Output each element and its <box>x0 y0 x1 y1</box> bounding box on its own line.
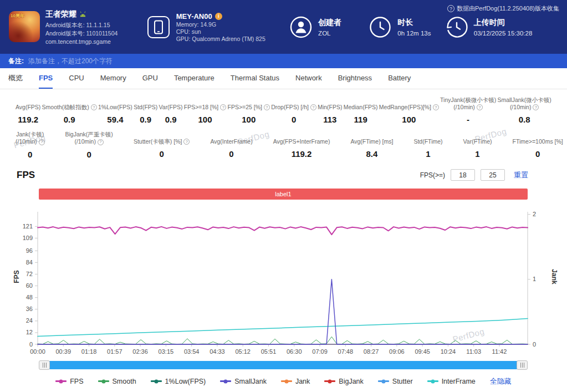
x-tick-label: 07:09 <box>312 348 328 355</box>
info-icon[interactable]: ? <box>477 104 483 110</box>
tab-bar: 概览FPSCPUMemoryGPUTemperatureThermal Stat… <box>0 68 567 89</box>
info-icon[interactable]: ? <box>433 104 439 110</box>
header: ? 数据由PerfDog(11.2.250408)版本收集 10周年 王者荣耀 <box>0 0 567 54</box>
scrollbar-right-handle[interactable] <box>517 360 528 370</box>
right-axis-title: Jank <box>550 269 558 284</box>
legend-label: FPS <box>70 378 83 385</box>
device-info-icon[interactable]: i <box>215 13 222 20</box>
stat-value: 59.4 <box>107 115 123 124</box>
scrollbar-left-handle[interactable] <box>39 360 50 370</box>
tab-Temperature[interactable]: Temperature <box>174 68 214 89</box>
legend-marker-icon <box>324 380 335 382</box>
stat-FTime>=100ms [%]: FTime>=100ms [%]0 <box>513 131 563 159</box>
duration-label: 时长 <box>397 18 431 28</box>
stat-FPS>=18 [%]: FPS>=18 [%]?100 <box>184 96 226 124</box>
stat-label: Var(FPS) <box>159 96 183 111</box>
legend-Stutter[interactable]: Stutter <box>378 378 413 385</box>
chart-label-bar[interactable]: label1 <box>39 189 528 200</box>
legend-label: Smooth <box>113 378 136 385</box>
left-tick-label: 0 <box>29 340 33 347</box>
stat-label: Std(FTime) <box>413 131 442 145</box>
tab-GPU[interactable]: GPU <box>142 68 158 89</box>
series-line-Smooth <box>38 337 528 344</box>
note-bar[interactable]: 备注: 添加备注，不超过200个字符 <box>0 54 567 68</box>
x-tick-label: 02:36 <box>132 348 148 355</box>
info-icon[interactable]: ? <box>39 139 45 145</box>
question-icon[interactable]: ? <box>447 5 454 12</box>
chart-canvas[interactable]: 0122436486072849610912101200:0000:3901:1… <box>0 207 567 358</box>
tab-概览[interactable]: 概览 <box>8 68 23 89</box>
tab-Thermal Status[interactable]: Thermal Status <box>231 68 279 89</box>
legend-SmallJank[interactable]: SmallJank <box>220 378 267 385</box>
legend-marker-icon <box>378 380 389 382</box>
right-tick-label: 0 <box>533 340 536 347</box>
stat-value: 0.9 <box>165 115 177 124</box>
tab-Memory[interactable]: Memory <box>100 68 126 89</box>
info-icon[interactable]: ? <box>264 104 270 110</box>
legend-FPS[interactable]: FPS <box>55 378 83 385</box>
tab-CPU[interactable]: CPU <box>69 68 84 89</box>
legend-1%Low(FPS)[interactable]: 1%Low(FPS) <box>151 378 206 385</box>
stat-Std(FTime): Std(FTime)1 <box>413 131 442 159</box>
android-version-name: Android版本名: 11.1.1.15 <box>45 21 118 29</box>
stat-value: - <box>467 115 469 124</box>
upload-time-value: 03/12/2025 15:30:28 <box>474 30 533 37</box>
x-tick-label: 05:12 <box>235 348 251 355</box>
stat-value: 0.9 <box>140 115 151 124</box>
stat-MedRange(FPS)[%]: MedRange(FPS)[%]?100 <box>379 96 439 124</box>
chart-scrollbar[interactable] <box>39 360 528 370</box>
stat-label: Std(FPS) <box>134 96 157 111</box>
series-line-FPS <box>38 226 528 234</box>
info-icon[interactable]: ? <box>91 104 97 110</box>
reset-link[interactable]: 重置 <box>514 170 528 180</box>
x-tick-label: 05:51 <box>261 348 277 355</box>
legend-BigJank[interactable]: BigJank <box>324 378 363 385</box>
x-tick-label: 11:42 <box>492 348 507 355</box>
info-icon[interactable]: ? <box>183 139 190 145</box>
collected-by-text: 数据由PerfDog(11.2.250408)版本收集 <box>457 4 559 13</box>
x-tick-label: 09:45 <box>415 348 430 355</box>
tab-Battery[interactable]: Battery <box>388 68 411 89</box>
perfdog-report-page: ? 数据由PerfDog(11.2.250408)版本收集 10周年 王者荣耀 <box>0 0 567 392</box>
legend-Smooth[interactable]: Smooth <box>98 378 136 385</box>
series-line-SmallJank <box>38 279 528 344</box>
stat-label: Var(FTime) <box>463 131 492 145</box>
stat-value: 8.4 <box>366 149 378 159</box>
stat-Std(FPS): Std(FPS)0.9 <box>134 96 157 124</box>
legend-Jank[interactable]: Jank <box>281 378 310 385</box>
info-icon[interactable]: ? <box>310 104 316 110</box>
fps-chart[interactable]: FPS Jank 0122436486072849610912101200:00… <box>0 207 567 358</box>
fps-threshold-input-1[interactable] <box>451 169 475 181</box>
scrollbar-track[interactable] <box>44 361 523 369</box>
stat-label: BigJank(严重卡顿)(/10min)? <box>65 131 113 145</box>
creator-label: 创建者 <box>318 18 341 28</box>
info-icon[interactable]: ? <box>220 104 226 110</box>
x-tick-label: 03:15 <box>159 348 174 355</box>
fps-threshold-input-2[interactable] <box>481 169 505 181</box>
legend-label: BigJank <box>339 378 363 385</box>
info-icon[interactable]: ? <box>98 139 104 145</box>
legend-label: SmallJank <box>234 378 267 385</box>
duration-value: 0h 12m 13s <box>397 30 431 37</box>
stat-value: 100 <box>198 115 212 124</box>
duration-block: 时长 0h 12m 13s <box>369 16 445 38</box>
stat-value: 1 <box>475 149 479 159</box>
stat-label: Smooth(稳帧指数)? <box>42 96 97 111</box>
x-tick-label: 01:18 <box>81 348 97 355</box>
stats-row-1: Avg(FPS)119.2Smooth(稳帧指数)?0.91%Low(FPS)5… <box>0 96 567 124</box>
creator-icon <box>290 16 312 38</box>
legend-InterFrame[interactable]: InterFrame <box>427 378 476 385</box>
legend-marker-icon <box>427 380 438 382</box>
upload-time-label: 上传时间 <box>474 18 533 28</box>
tab-FPS[interactable]: FPS <box>39 68 53 89</box>
stat-value: 119 <box>354 115 367 124</box>
info-icon[interactable]: ? <box>533 104 539 110</box>
x-tick-label: 00:39 <box>56 348 71 355</box>
android-icon <box>79 8 86 21</box>
left-tick-label: 60 <box>26 282 33 289</box>
tab-Brightness[interactable]: Brightness <box>338 68 372 89</box>
tab-Network[interactable]: Network <box>295 68 322 89</box>
hide-all-link[interactable]: 全隐藏 <box>490 376 512 386</box>
legend-label: Jank <box>295 378 310 385</box>
app-info: 10周年 王者荣耀 Android版本名: 11.1. <box>9 8 147 45</box>
